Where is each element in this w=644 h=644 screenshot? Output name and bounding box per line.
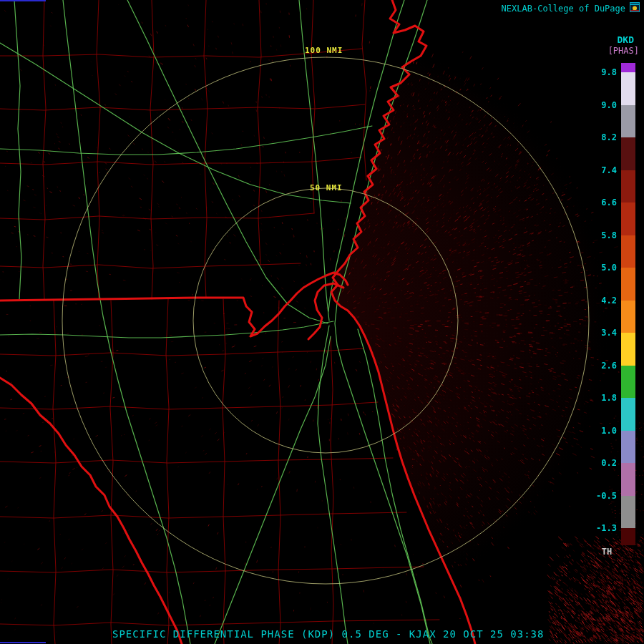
county-border-line [97, 0, 100, 299]
range-rings-layer [62, 57, 589, 584]
range-ring-label-50nmi: 50 NMI [310, 183, 343, 192]
highway-line [0, 126, 372, 155]
county-border-line [362, 0, 366, 180]
county-border-line [204, 0, 208, 298]
county-border-line [0, 567, 424, 572]
colorbar-tick-label: 2.6 [590, 361, 617, 371]
highway-line [358, 329, 432, 644]
county-border-line [53, 301, 56, 644]
colorbar-segment [621, 137, 635, 170]
basemap-layer [0, 0, 644, 644]
units-label: [PHAS] [608, 46, 639, 56]
radar-display: 100 NMI 50 NMI NEXLAB-College of DuPage … [0, 0, 644, 644]
state-border-or-river-line [0, 273, 348, 336]
frame-mark-top-left [0, 0, 46, 1]
county-border-line [166, 299, 169, 644]
colorbar-segment [621, 301, 635, 333]
colorbar-segment [621, 528, 635, 545]
colorbar-tick-label: 6.6 [590, 197, 617, 208]
highway-line [127, 0, 328, 323]
county-border-line [0, 620, 439, 625]
colorbar-segment [621, 72, 635, 105]
colorbar-segment [621, 63, 635, 72]
colorbar-segment [621, 333, 635, 366]
county-border-line [258, 0, 261, 265]
colorbar-tick-label: 3.4 [590, 328, 617, 338]
colorbar-segment [621, 203, 635, 235]
state-border-or-river-line [331, 0, 475, 644]
county-border-line [150, 0, 154, 299]
colorbar-threshold-label: TH [597, 547, 617, 557]
cod-logo-icon [630, 2, 640, 12]
county-border-line [0, 348, 364, 356]
colorbar-segment [621, 268, 635, 301]
colorbar-tick-label: -0.5 [590, 491, 617, 501]
product-code-label: DKD [618, 34, 634, 45]
colorbar-tick-label: 8.2 [590, 132, 617, 142]
colorbar-segment [621, 463, 635, 496]
county-border-line [43, 0, 46, 299]
colorbar [621, 63, 635, 545]
colorbar-tick-label: 9.0 [590, 100, 617, 110]
county-border-line [331, 338, 333, 644]
attribution-text: NEXLAB-College of DuPage [502, 4, 625, 14]
colorbar-segments [621, 63, 635, 545]
county-border-line [0, 512, 406, 518]
county-border-line [223, 299, 225, 644]
colorbar-tick-label: 7.4 [590, 165, 617, 175]
colorbar-segment [621, 496, 635, 529]
highway-line [215, 336, 331, 644]
range-ring [193, 188, 458, 453]
colorbar-segment [621, 366, 635, 399]
county-border-line [0, 458, 393, 463]
status-bar: SPECIFIC DIFFERENTIAL PHASE (KDP) 0.5 DE… [112, 628, 544, 640]
county-border-line [0, 157, 361, 165]
county-border-line [0, 402, 378, 409]
county-border-line [0, 263, 301, 268]
highway-line [335, 0, 430, 644]
county-border-line [311, 0, 315, 213]
county-borders-layer [0, 0, 439, 644]
colorbar-tick-label: 0.2 [590, 458, 617, 468]
range-ring [62, 57, 589, 584]
colorbar-segment [621, 105, 635, 138]
colorbar-segment [621, 235, 635, 268]
frame-mark-bottom-left [0, 642, 46, 643]
county-border-line [0, 213, 314, 220]
colorbar-tick-label: 4.2 [590, 296, 617, 306]
state-border-or-river-line [0, 378, 182, 644]
highways-layer [0, 0, 432, 644]
colorbar-segment [621, 398, 635, 431]
colorbar-segment [621, 431, 635, 464]
colorbar-tick-label: 5.0 [590, 263, 617, 273]
colorbar-tick-label: 1.8 [590, 393, 617, 403]
colorbar-tick-label: 1.0 [590, 426, 617, 436]
highway-line [0, 43, 351, 203]
range-ring-label-100nmi: 100 NMI [305, 46, 343, 55]
colorbar-tick-label: -1.3 [590, 523, 617, 533]
colorbar-segment [621, 170, 635, 203]
colorbar-tick-label: 5.8 [590, 230, 617, 240]
highway-line [63, 0, 190, 644]
colorbar-tick-label: 9.8 [590, 67, 617, 77]
